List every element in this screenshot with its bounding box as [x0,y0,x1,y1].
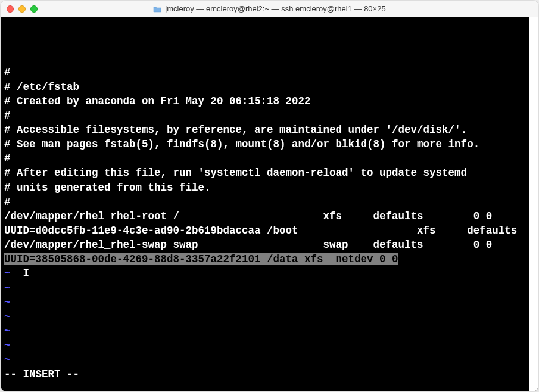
file-line: # Created by anaconda on Fri May 20 06:1… [4,95,311,107]
titlebar[interactable]: jmcleroy — emcleroy@rhel2:~ — ssh emcler… [1,1,538,17]
file-line: # Accessible filesystems, by reference, … [4,124,467,136]
file-line: /dev/mapper/rhel_rhel-root / xfs default… [4,210,492,222]
file-line: # See man pages fstab(5), findfs(8), mou… [4,138,479,150]
file-line: # /etc/fstab [4,81,79,93]
highlighted-line: UUID=38505868-00de-4269-88d8-3357a22f210… [4,253,398,265]
scrollbar-thumb[interactable] [529,46,537,195]
file-line: # [4,196,11,208]
window-controls [7,5,38,13]
maximize-icon[interactable] [30,5,38,13]
file-line: UUID=d0dcc5fb-11e9-4c3e-ad90-2b619bdacca… [4,225,538,237]
vim-tilde: ~ [4,354,11,366]
terminal-window: jmcleroy — emcleroy@rhel2:~ — ssh emcler… [0,0,539,392]
scrollbar[interactable] [529,17,538,391]
file-line: # [4,153,11,164]
window-title: jmcleroy — emcleroy@rhel2:~ — ssh emcler… [7,4,532,13]
terminal-area[interactable]: # # /etc/fstab # Created by anaconda on … [1,17,538,391]
vim-tilde: ~ [4,325,11,337]
vim-tilde: ~ [4,297,11,309]
vim-status: -- INSERT -- [4,368,79,380]
file-line: # After editing this file, run 'systemct… [4,167,467,179]
vim-tilde: ~ [4,267,11,279]
file-line: # units generated from this file. [4,182,211,194]
file-line: # [4,66,11,78]
terminal-content: # # /etc/fstab # Created by anaconda on … [4,65,535,381]
close-icon[interactable] [7,5,14,13]
vim-tilde: ~ [4,282,11,294]
minimize-icon[interactable] [18,5,26,13]
vim-tilde: ~ [4,340,11,351]
title-text: jmcleroy — emcleroy@rhel2:~ — ssh emcler… [165,4,385,13]
text-cursor: I [23,266,30,281]
file-line: /dev/mapper/rhel_rhel-swap swap swap def… [4,239,492,251]
folder-icon [153,5,161,12]
file-line: # [4,110,11,122]
vim-tilde: ~ [4,311,11,323]
